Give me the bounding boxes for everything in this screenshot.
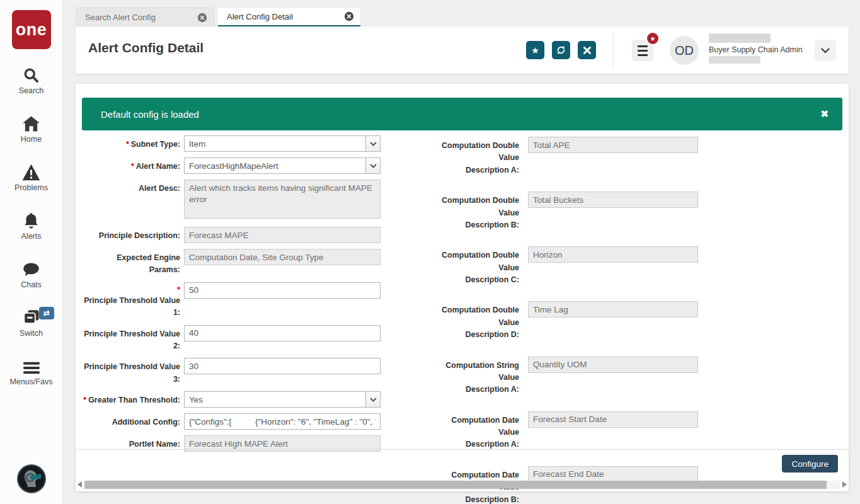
sidebar-item-label: Switch bbox=[20, 329, 43, 338]
tab-close-icon[interactable] bbox=[344, 11, 354, 21]
close-icon bbox=[583, 47, 591, 54]
switch-arrows-badge[interactable]: ⇄ bbox=[39, 307, 54, 319]
page-title: Alert Config Detail bbox=[88, 40, 204, 55]
field-label: Greater Than Threshold: bbox=[88, 396, 180, 404]
switch-icon bbox=[23, 307, 40, 326]
field-label-line1: Computation Double Value bbox=[435, 249, 519, 274]
user-role: Buyer Supply Chain Admin bbox=[709, 45, 803, 54]
required-marker: * bbox=[126, 140, 129, 149]
scrollbar-thumb[interactable] bbox=[84, 481, 827, 489]
horizontal-scrollbar bbox=[76, 479, 849, 490]
sidebar-item-problems[interactable]: Problems bbox=[0, 152, 62, 201]
field-label: Principle Description: bbox=[99, 231, 180, 240]
principle-description-input bbox=[184, 227, 381, 243]
field-label-line2: Description A: bbox=[435, 384, 519, 396]
field-label: Subnet Type: bbox=[131, 140, 180, 149]
configure-button[interactable]: Configure bbox=[782, 455, 838, 472]
field-row-alert-name: *Alert Name: ForecastHighMapeAlert bbox=[82, 158, 391, 174]
principle-threshold-1-input[interactable] bbox=[184, 282, 381, 299]
hamburger-menu-icon bbox=[23, 356, 40, 375]
sidebar-item-label: Alerts bbox=[21, 232, 42, 241]
field-label-line1: Computation String Value bbox=[435, 360, 519, 384]
header-actions: ★ bbox=[526, 41, 596, 59]
field-label: Principle Threshold Value 3: bbox=[84, 362, 180, 383]
info-banner: Default config is loaded ✖ bbox=[82, 98, 842, 130]
field-label: Additional Config: bbox=[112, 418, 180, 427]
comp-double-a-input bbox=[528, 137, 698, 153]
warning-icon bbox=[22, 162, 40, 181]
sidebar-item-menus-favs[interactable]: Menus/Favs bbox=[0, 346, 62, 395]
field-row-principle-threshold-2: Principle Threshold Value 2: bbox=[82, 325, 391, 353]
chevron-down-icon[interactable] bbox=[365, 392, 380, 407]
field-label-line1: Computation Double Value bbox=[435, 140, 519, 164]
logo-text: one bbox=[16, 20, 47, 40]
chevron-down-icon[interactable] bbox=[365, 136, 380, 151]
sidebar-item-search[interactable]: Search bbox=[0, 55, 62, 104]
principle-threshold-3-input[interactable] bbox=[184, 358, 381, 374]
user-menu-chevron-button[interactable] bbox=[815, 40, 836, 61]
alert-name-select[interactable]: ForecastHighMapeAlert bbox=[184, 158, 381, 174]
one-logo[interactable]: one bbox=[12, 10, 51, 49]
chevron-down-icon bbox=[821, 48, 830, 54]
field-label: Principle Threshold Value 2: bbox=[84, 329, 180, 350]
favorite-star-button[interactable]: ★ bbox=[526, 41, 544, 59]
field-label-line2: Description B: bbox=[435, 219, 519, 231]
greater-than-threshold-select[interactable]: Yes bbox=[184, 391, 381, 408]
user-initials: OD bbox=[675, 43, 694, 58]
tab-alert-config-detail[interactable]: Alert Config Detail bbox=[218, 8, 360, 27]
comp-double-d-input bbox=[528, 301, 698, 318]
field-row-comp-string-a: Computation String ValueDescription A: bbox=[435, 357, 699, 396]
field-label-line1: Computation Double Value bbox=[435, 195, 519, 219]
field-row-alert-desc: Alert Desc: Alert which tracks items hav… bbox=[82, 180, 391, 221]
sidebar-item-label: Problems bbox=[14, 183, 48, 192]
sidebar-item-chats[interactable]: Chats bbox=[0, 249, 62, 298]
tab-label: Search Alert Config bbox=[85, 13, 197, 22]
user-avatar[interactable]: OD bbox=[670, 36, 699, 65]
banner-close-icon[interactable]: ✖ bbox=[820, 108, 828, 120]
tab-close-icon[interactable] bbox=[197, 13, 207, 23]
comp-string-a-input bbox=[528, 357, 698, 373]
additional-config-input[interactable] bbox=[184, 413, 381, 430]
form-left-column: *Subnet Type: Item *Alert Name: Forecast… bbox=[82, 135, 391, 457]
sidebar-item-home[interactable]: Home bbox=[0, 104, 62, 152]
scrollbar-track[interactable] bbox=[84, 481, 840, 489]
field-label-line2: Description B: bbox=[435, 494, 519, 504]
chat-bubble-icon bbox=[23, 259, 40, 278]
field-label-line2: Description A: bbox=[435, 164, 519, 176]
required-marker: * bbox=[131, 162, 134, 171]
tab-search-alert-config[interactable]: Search Alert Config bbox=[76, 8, 214, 27]
field-label-line2: Description C: bbox=[435, 274, 519, 286]
field-row-additional-config: Additional Config: bbox=[82, 413, 391, 430]
tab-label: Alert Config Detail bbox=[227, 12, 344, 21]
field-label-line2: Description D: bbox=[435, 329, 519, 341]
comp-double-b-input bbox=[528, 192, 698, 208]
principle-threshold-2-input[interactable] bbox=[184, 325, 381, 341]
favorites-badge-star-icon[interactable]: ★ bbox=[646, 32, 660, 45]
sidebar-item-alerts[interactable]: Alerts bbox=[0, 201, 62, 249]
sidebar-item-label: Chats bbox=[21, 280, 42, 289]
header-divider bbox=[613, 33, 614, 68]
close-button[interactable] bbox=[578, 41, 596, 59]
comp-date-a-input bbox=[528, 411, 698, 428]
sidebar: one Search Home Problems Alerts Chats bbox=[0, 0, 63, 504]
scroll-right-arrow[interactable] bbox=[842, 481, 847, 488]
expected-engine-params-input bbox=[184, 249, 381, 265]
search-icon bbox=[23, 65, 40, 84]
bell-icon bbox=[23, 210, 39, 229]
assistant-avatar[interactable] bbox=[16, 464, 47, 494]
selected-value: Yes bbox=[185, 395, 365, 404]
comp-double-c-input bbox=[528, 246, 698, 263]
chevron-down-icon[interactable] bbox=[365, 158, 380, 173]
alert-config-detail-panel: Default config is loaded ✖ *Subnet Type:… bbox=[76, 84, 849, 491]
refresh-button[interactable] bbox=[552, 41, 570, 59]
field-label: Alert Desc: bbox=[139, 184, 180, 193]
subnet-type-select[interactable]: Item bbox=[184, 135, 381, 152]
page-header: Alert Config Detail ★ ★ OD Buyer Supply … bbox=[76, 26, 849, 74]
field-row-subnet-type: *Subnet Type: Item bbox=[82, 135, 391, 152]
scroll-left-arrow[interactable] bbox=[77, 481, 82, 488]
sidebar-item-switch[interactable]: Switch ⇄ bbox=[0, 298, 62, 346]
field-label-line1: Computation Double Value bbox=[435, 304, 519, 329]
field-row-comp-date-a: Computation Date ValueDescription A: bbox=[435, 411, 699, 451]
banner-message: Default config is loaded bbox=[101, 109, 820, 120]
field-label: Alert Name: bbox=[136, 162, 180, 171]
